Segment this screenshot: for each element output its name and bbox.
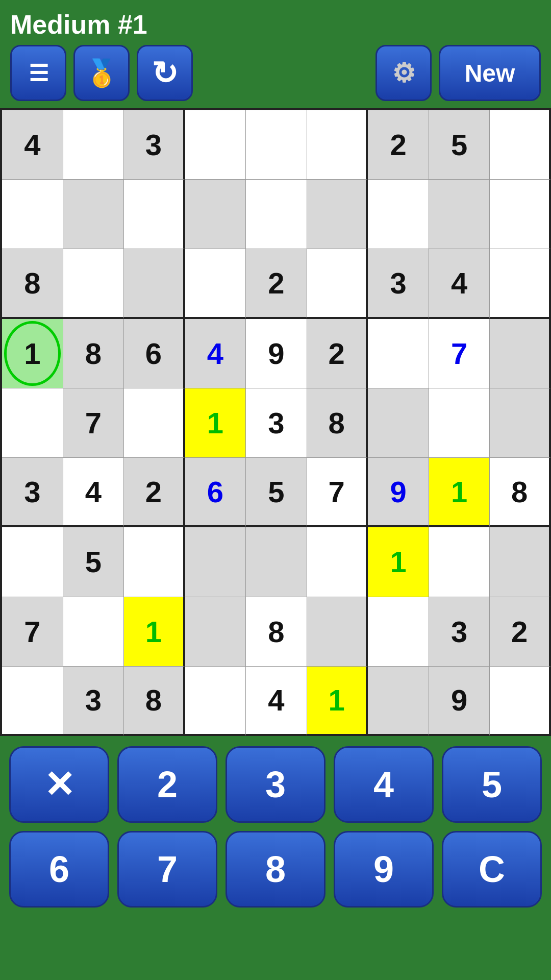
cell-r7-c6[interactable] [307,527,368,597]
cell-r3-c6[interactable] [307,249,368,318]
cell-r1-c7[interactable]: 2 [368,110,429,180]
cell-r5-c1[interactable] [2,388,63,458]
key-2[interactable]: 2 [117,746,217,823]
cell-r5-c8[interactable] [429,388,490,458]
cell-r5-c3[interactable] [124,388,185,458]
cell-r6-c4[interactable]: 6 [185,458,246,527]
key-7[interactable]: 7 [117,831,217,908]
cell-r5-c6[interactable]: 8 [307,388,368,458]
cell-r7-c3[interactable] [124,527,185,597]
cell-r8-c8[interactable]: 3 [429,597,490,667]
cell-r1-c4[interactable] [185,110,246,180]
key-5[interactable]: 5 [442,746,542,823]
undo-button[interactable]: ↺ [137,45,193,101]
cell-r4-c4[interactable]: 4 [185,319,246,388]
cell-r4-c3[interactable]: 6 [124,319,185,388]
cell-r2-c5[interactable] [246,180,307,249]
cell-r7-c9[interactable] [490,527,551,597]
cell-r2-c2[interactable] [63,180,124,249]
cell-r3-c9[interactable] [490,249,551,318]
cell-r4-c5[interactable]: 9 [246,319,307,388]
cell-r9-c1[interactable] [2,667,63,736]
cell-r2-c4[interactable] [185,180,246,249]
cell-r6-c9[interactable]: 8 [490,458,551,527]
cell-r5-c7[interactable] [368,388,429,458]
cell-r3-c3[interactable] [124,249,185,318]
cell-r9-c3[interactable]: 8 [124,667,185,736]
cell-r4-c9[interactable] [490,319,551,388]
cell-r9-c9[interactable] [490,667,551,736]
key-6[interactable]: 6 [9,831,109,908]
cell-r7-c5[interactable] [246,527,307,597]
cell-r6-c2[interactable]: 4 [63,458,124,527]
cell-r6-c5[interactable]: 5 [246,458,307,527]
cell-r4-c2[interactable]: 8 [63,319,124,388]
cell-r9-c7[interactable] [368,667,429,736]
settings-button[interactable]: ⚙ [375,45,432,101]
cell-r5-c9[interactable] [490,388,551,458]
cell-r7-c7[interactable]: 1 [368,527,429,597]
cell-value: 2 [268,266,284,300]
cell-r8-c7[interactable] [368,597,429,667]
cell-r8-c4[interactable] [185,597,246,667]
key-c[interactable]: C [442,831,542,908]
cell-r8-c6[interactable] [307,597,368,667]
cell-r2-c1[interactable] [2,180,63,249]
cell-r3-c4[interactable] [185,249,246,318]
cell-r9-c5[interactable]: 4 [246,667,307,736]
cell-r4-c7[interactable] [368,319,429,388]
cell-r6-c3[interactable]: 2 [124,458,185,527]
cell-r9-c6[interactable]: 1 [307,667,368,736]
cell-r1-c2[interactable] [63,110,124,180]
cell-r3-c7[interactable]: 3 [368,249,429,318]
cell-r2-c9[interactable] [490,180,551,249]
cell-r3-c1[interactable]: 8 [2,249,63,318]
cell-r2-c8[interactable] [429,180,490,249]
cell-r1-c5[interactable] [246,110,307,180]
key-9[interactable]: 9 [334,831,434,908]
cell-r8-c9[interactable]: 2 [490,597,551,667]
cell-r2-c6[interactable] [307,180,368,249]
cell-r7-c1[interactable] [2,527,63,597]
menu-button[interactable]: ☰ [10,45,66,101]
cell-value: 7 [85,406,102,440]
cell-r1-c6[interactable] [307,110,368,180]
cell-r1-c8[interactable]: 5 [429,110,490,180]
cell-r7-c4[interactable] [185,527,246,597]
cell-r9-c2[interactable]: 3 [63,667,124,736]
cell-r2-c3[interactable] [124,180,185,249]
cell-value: 3 [268,406,284,440]
cell-r4-c8[interactable]: 7 [429,319,490,388]
cell-r4-c1[interactable]: 1 [2,319,63,388]
key-x[interactable]: ✕ [9,746,109,823]
cell-r9-c8[interactable]: 9 [429,667,490,736]
cell-r3-c8[interactable]: 4 [429,249,490,318]
cell-r8-c2[interactable] [63,597,124,667]
key-4[interactable]: 4 [334,746,434,823]
cell-r8-c3[interactable]: 1 [124,597,185,667]
cell-r5-c5[interactable]: 3 [246,388,307,458]
cell-r2-c7[interactable] [368,180,429,249]
key-8[interactable]: 8 [226,831,325,908]
cell-r1-c1[interactable]: 4 [2,110,63,180]
cell-r1-c3[interactable]: 3 [124,110,185,180]
new-game-button[interactable]: New [439,45,541,101]
cell-r7-c2[interactable]: 5 [63,527,124,597]
cell-r9-c4[interactable] [185,667,246,736]
cell-r6-c7[interactable]: 9 [368,458,429,527]
cell-r5-c2[interactable]: 7 [63,388,124,458]
cell-r8-c1[interactable]: 7 [2,597,63,667]
cell-r3-c5[interactable]: 2 [246,249,307,318]
cell-r6-c1[interactable]: 3 [2,458,63,527]
cell-r5-c4[interactable]: 1 [185,388,246,458]
key-3[interactable]: 3 [226,746,325,823]
cell-r6-c6[interactable]: 7 [307,458,368,527]
cell-r1-c9[interactable] [490,110,551,180]
cell-r4-c6[interactable]: 2 [307,319,368,388]
cell-r7-c8[interactable] [429,527,490,597]
cell-r8-c5[interactable]: 8 [246,597,307,667]
medal-button[interactable]: 🥇 [73,45,130,101]
new-label: New [465,59,515,87]
cell-r6-c8[interactable]: 1 [429,458,490,527]
cell-r3-c2[interactable] [63,249,124,318]
